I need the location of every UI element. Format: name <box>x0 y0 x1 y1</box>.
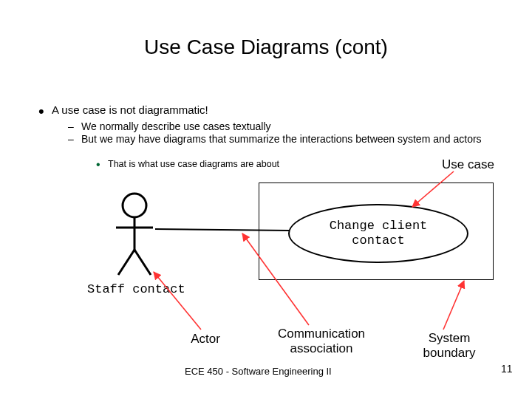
bullet-2a-text: We normally describe use cases textually <box>81 120 271 132</box>
bullet-1-text: A use case is not diagrammatic! <box>52 103 208 116</box>
bullet-2b: –But we may have diagrams that summarize… <box>68 133 497 145</box>
arrow-actor <box>154 272 201 330</box>
label-actor: Actor <box>176 332 235 347</box>
svg-point-0 <box>123 194 146 217</box>
label-staff-contact: Staff contact <box>87 282 185 296</box>
dash-icon: – <box>68 133 81 145</box>
arrow-boundary <box>443 281 464 330</box>
usecase-ellipse: Change client contact <box>288 204 468 263</box>
svg-line-4 <box>134 250 151 275</box>
page-number: 11 <box>501 363 513 375</box>
label-communication-association: Communication association <box>259 327 384 356</box>
bullet-3: •That is what use case diagrams are abou… <box>96 159 279 169</box>
bullet-dot-icon: • <box>96 160 108 169</box>
svg-line-3 <box>118 250 134 275</box>
bullet-2a: –We normally describe use cases textuall… <box>68 120 271 132</box>
bullet-dot-icon: • <box>38 106 52 117</box>
dash-icon: – <box>68 120 81 132</box>
label-usecase: Use case <box>442 157 494 172</box>
footer-text: ECE 450 - Software Engineering II <box>185 366 332 377</box>
slide-title: Use Case Diagrams (cont) <box>0 35 532 59</box>
bullet-1: •A use case is not diagrammatic! <box>38 103 208 117</box>
label-system-boundary: System boundary <box>409 331 490 361</box>
bullet-2b-text: But we may have diagrams that summarize … <box>81 133 482 145</box>
actor-icon <box>116 194 153 275</box>
bullet-3-text: That is what use case diagrams are about <box>108 159 279 169</box>
